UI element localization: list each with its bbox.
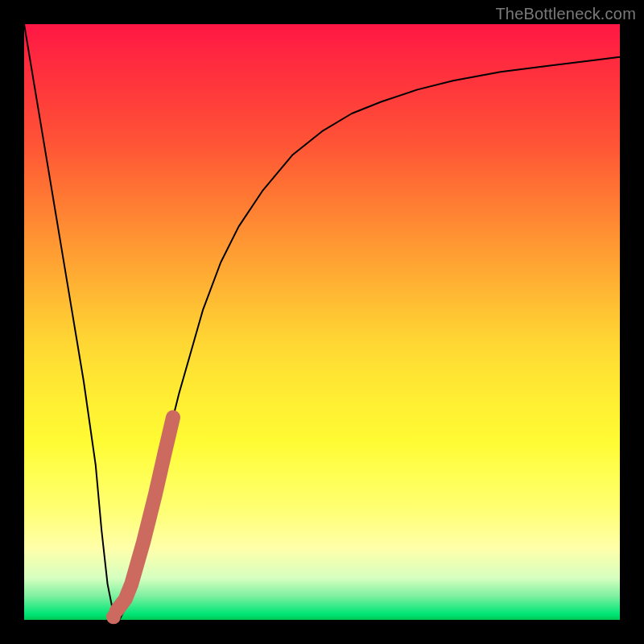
chart-frame: TheBottleneck.com xyxy=(0,0,644,644)
chart-svg xyxy=(24,24,620,620)
bottleneck-curve xyxy=(24,24,620,620)
plot-area xyxy=(24,24,620,620)
watermark-text: TheBottleneck.com xyxy=(495,5,636,23)
highlight-markers xyxy=(106,417,173,624)
highlight-stroke xyxy=(117,417,173,611)
highlight-dot xyxy=(106,609,121,624)
